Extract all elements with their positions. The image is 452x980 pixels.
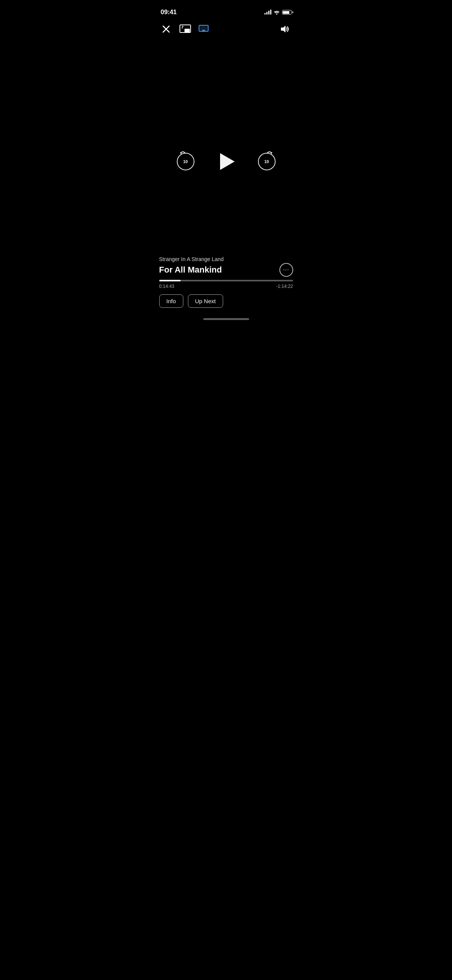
close-icon [162,25,170,33]
time-elapsed: 0:14:43 [159,284,175,289]
status-bar: 09:41 [152,0,301,19]
forward-10-button[interactable]: 10 [257,152,277,172]
pip-icon [179,24,191,34]
more-options-button[interactable]: ··· [279,263,293,277]
top-controls [152,19,301,39]
volume-icon [280,25,291,33]
bottom-section: Stranger In A Strange Land For All Manki… [152,256,301,323]
episode-info: Stranger In A Strange Land For All Manki… [159,256,293,277]
time-row: 0:14:43 -1:14:22 [159,284,293,289]
progress-section[interactable]: 0:14:43 -1:14:22 [159,280,293,289]
status-icons [264,10,292,15]
time-remaining: -1:14:22 [276,284,293,289]
signal-bars-icon [264,10,271,15]
progress-fill [159,280,181,281]
playback-controls: 10 10 [176,150,277,173]
airplay-icon [198,24,209,34]
svg-marker-8 [281,26,286,33]
rewind-10-button[interactable]: 10 [176,152,196,172]
more-dots-icon: ··· [283,267,289,273]
home-indicator [203,318,249,320]
show-title-row: For All Mankind ··· [159,263,293,277]
pip-button[interactable] [178,22,193,36]
status-time: 09:41 [161,8,177,16]
rewind-label: 10 [183,159,188,164]
info-button[interactable]: Info [159,294,183,308]
progress-bar[interactable] [159,280,293,281]
airplay-button[interactable] [196,22,211,36]
svg-rect-7 [199,25,208,31]
forward-arrow-icon [267,151,273,155]
up-next-button[interactable]: Up Next [188,294,223,308]
battery-icon [282,10,292,15]
wifi-icon [274,10,280,15]
svg-marker-10 [271,152,273,154]
svg-marker-9 [180,152,181,154]
play-icon [220,153,235,170]
episode-subtitle: Stranger In A Strange Land [159,256,293,262]
svg-rect-4 [184,29,190,32]
volume-button[interactable] [278,22,293,36]
forward-label: 10 [264,159,269,164]
action-buttons: Info Up Next [159,294,293,308]
svg-point-0 [276,13,277,15]
play-button[interactable] [215,150,238,173]
rewind-arrow-icon [180,151,185,155]
show-title: For All Mankind [159,265,222,275]
close-button[interactable] [159,22,173,36]
